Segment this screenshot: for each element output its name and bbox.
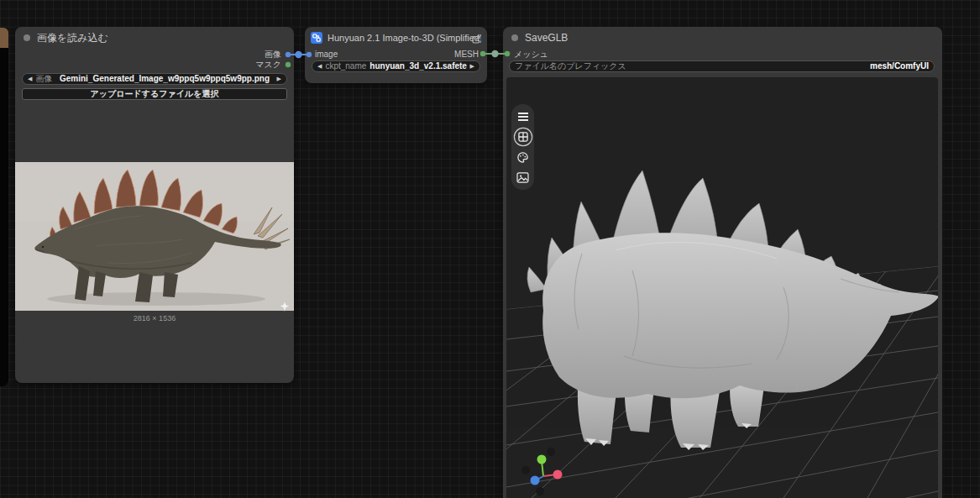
ground-grid xyxy=(506,77,938,498)
link-image-midpoint[interactable] xyxy=(295,51,301,58)
axes-gizmo[interactable] xyxy=(521,448,563,495)
load-image-node[interactable]: 画像を読み込む 画像 マスク ◀ 画像 Gemini_Generated_Ima… xyxy=(15,27,294,383)
node-title: 画像を読み込む xyxy=(37,31,108,45)
menu-icon[interactable] xyxy=(513,108,533,125)
palette-icon[interactable] xyxy=(513,149,533,165)
output-label-mask: マスク xyxy=(255,60,281,70)
output-label-mesh: MESH xyxy=(454,50,479,60)
3d-viewport[interactable] xyxy=(506,77,938,498)
node-title: Hunyuan 2.1 Image-to-3D (Simplified) xyxy=(328,33,481,43)
input-label-image: image xyxy=(315,50,338,60)
sparkle-icon[interactable] xyxy=(280,300,290,310)
stegosaurus-mesh xyxy=(527,170,938,450)
offscreen-node-partial[interactable] xyxy=(0,28,8,386)
combo-next-icon[interactable]: ▶ xyxy=(277,74,281,84)
upload-file-button[interactable]: アップロードするファイルを選択 xyxy=(22,88,287,100)
hunyuan-title-row: Hunyuan 2.1 Image-to-3D (Simplified) xyxy=(305,27,487,49)
prefix-value: mesh/ComfyUI xyxy=(630,61,929,71)
image-dimensions: 2816 × 1536 xyxy=(15,314,294,322)
filename-prefix-input[interactable]: ファイル名のプレフィックス mesh/ComfyUI xyxy=(509,60,935,72)
comfyui-canvas[interactable]: 画像を読み込む 画像 マスク ◀ 画像 Gemini_Generated_Ima… xyxy=(0,0,980,498)
hunyuan-node[interactable]: Hunyuan 2.1 Image-to-3D (Simplified) ima… xyxy=(305,27,487,83)
node-status-dot[interactable] xyxy=(511,34,518,41)
stegosaurus-photo xyxy=(15,162,294,311)
output-label-image: 画像 xyxy=(265,50,281,60)
offscreen-node-header xyxy=(0,28,8,48)
image-icon[interactable] xyxy=(513,169,533,186)
axis-z-handle xyxy=(531,476,540,485)
subgraph-badge-icon xyxy=(311,32,322,44)
image-preview xyxy=(15,162,294,311)
input-label-mesh: メッシュ xyxy=(514,50,548,60)
node-title: SaveGLB xyxy=(525,32,568,44)
viewport-toolbar xyxy=(511,104,534,190)
combo-prev-icon[interactable]: ◀ xyxy=(317,61,322,71)
prefix-label: ファイル名のプレフィックス xyxy=(515,61,626,71)
grid-view-icon[interactable] xyxy=(513,128,533,145)
combo-label: 画像 xyxy=(35,74,52,84)
axis-y-handle xyxy=(537,455,547,464)
saveglb-title-row: SaveGLB xyxy=(503,27,942,49)
combo-value: hunyuan_3d_v2.1.safetensors xyxy=(369,61,466,71)
combo-value: Gemini_Generated_Image_w9ppq5w9ppq5w9pp.… xyxy=(55,74,273,84)
3d-scene xyxy=(506,77,938,498)
ckpt-combo-widget[interactable]: ◀ ckpt_name hunyuan_3d_v2.1.safetensors … xyxy=(312,60,480,72)
combo-next-icon[interactable]: ▶ xyxy=(470,61,474,71)
saveglb-node[interactable]: SaveGLB メッシュ ファイル名のプレフィックス mesh/ComfyUI xyxy=(503,27,942,498)
node-status-dot[interactable] xyxy=(24,34,30,41)
combo-prev-icon[interactable]: ◀ xyxy=(28,74,32,84)
link-mesh-midpoint[interactable] xyxy=(491,50,498,57)
axis-x-handle xyxy=(553,470,563,480)
image-combo-widget[interactable]: ◀ 画像 Gemini_Generated_Image_w9ppq5w9ppq5… xyxy=(22,73,287,85)
open-subgraph-icon[interactable] xyxy=(471,33,481,43)
combo-label: ckpt_name xyxy=(325,61,366,71)
load-image-title-row: 画像を読み込む xyxy=(15,27,294,49)
